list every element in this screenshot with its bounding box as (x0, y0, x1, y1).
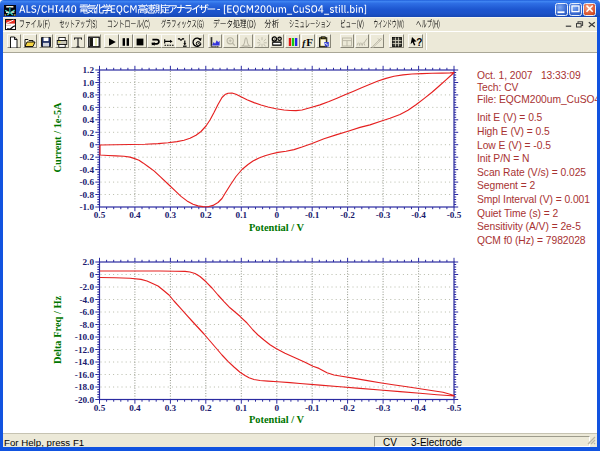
svg-text:-0.4: -0.4 (79, 165, 94, 175)
svg-text:0.6: 0.6 (83, 103, 95, 113)
svg-text:-14.0: -14.0 (75, 357, 95, 367)
svg-text:0: 0 (89, 140, 94, 150)
svg-text:1.2: 1.2 (83, 65, 95, 75)
svg-text:1.0: 1.0 (83, 78, 95, 88)
svg-text:-8.0: -8.0 (79, 320, 94, 330)
svg-text:-1.0: -1.0 (79, 202, 94, 212)
svg-text:Current / 1e-5A: Current / 1e-5A (52, 102, 63, 173)
svg-text:-12.0: -12.0 (75, 345, 95, 355)
svg-text:Delta Freq / Hz: Delta Freq / Hz (52, 296, 63, 365)
svg-text:0: 0 (275, 210, 280, 220)
svg-text:Potential / V: Potential / V (249, 414, 305, 425)
svg-text:0: 0 (89, 270, 94, 280)
svg-text:-0.4: -0.4 (411, 210, 426, 220)
svg-text:0.1: 0.1 (236, 210, 248, 220)
svg-text:0.3: 0.3 (165, 210, 177, 220)
svg-text:0.4: 0.4 (129, 403, 141, 413)
svg-text:-0.2: -0.2 (79, 152, 94, 162)
svg-text:-6.0: -6.0 (79, 307, 94, 317)
svg-text:-0.1: -0.1 (305, 210, 320, 220)
svg-text:0.5: 0.5 (94, 210, 106, 220)
svg-text:-0.5: -0.5 (447, 210, 462, 220)
svg-text:2.0: 2.0 (83, 257, 95, 267)
svg-text:-0.8: -0.8 (79, 190, 94, 200)
svg-text:-20.0: -20.0 (75, 395, 95, 405)
svg-text:-0.3: -0.3 (376, 210, 391, 220)
svg-text:-0.2: -0.2 (340, 210, 355, 220)
svg-text:-18.0: -18.0 (75, 382, 95, 392)
svg-text:-0.3: -0.3 (376, 403, 391, 413)
svg-text:-0.6: -0.6 (79, 177, 94, 187)
svg-text:-0.4: -0.4 (411, 403, 426, 413)
svg-text:-2.0: -2.0 (79, 282, 94, 292)
svg-text:0.1: 0.1 (236, 403, 248, 413)
svg-text:0.3: 0.3 (165, 403, 177, 413)
svg-text:-16.0: -16.0 (75, 370, 95, 380)
svg-text:0.2: 0.2 (200, 403, 212, 413)
svg-text:Potential / V: Potential / V (249, 222, 305, 233)
svg-text:0.4: 0.4 (129, 210, 141, 220)
svg-text:0.5: 0.5 (94, 403, 106, 413)
svg-text:-0.1: -0.1 (305, 403, 320, 413)
svg-text:-0.5: -0.5 (447, 403, 462, 413)
svg-text:0.8: 0.8 (83, 90, 95, 100)
svg-text:0.4: 0.4 (83, 115, 95, 125)
svg-text:0.2: 0.2 (83, 128, 95, 138)
svg-text:-4.0: -4.0 (79, 295, 94, 305)
svg-text:0: 0 (275, 403, 280, 413)
svg-text:-0.2: -0.2 (340, 403, 355, 413)
svg-text:0.2: 0.2 (200, 210, 212, 220)
svg-text:-10.0: -10.0 (75, 332, 95, 342)
